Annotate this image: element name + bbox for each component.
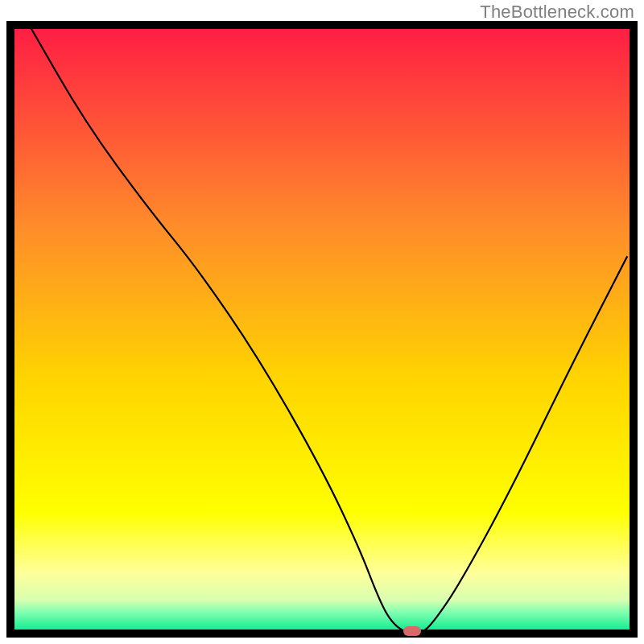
chart-svg: [6, 21, 638, 638]
plot-background: [10, 25, 634, 634]
chart-frame: [6, 21, 638, 638]
watermark-text: TheBottleneck.com: [480, 2, 634, 23]
optimal-marker: [403, 626, 421, 636]
